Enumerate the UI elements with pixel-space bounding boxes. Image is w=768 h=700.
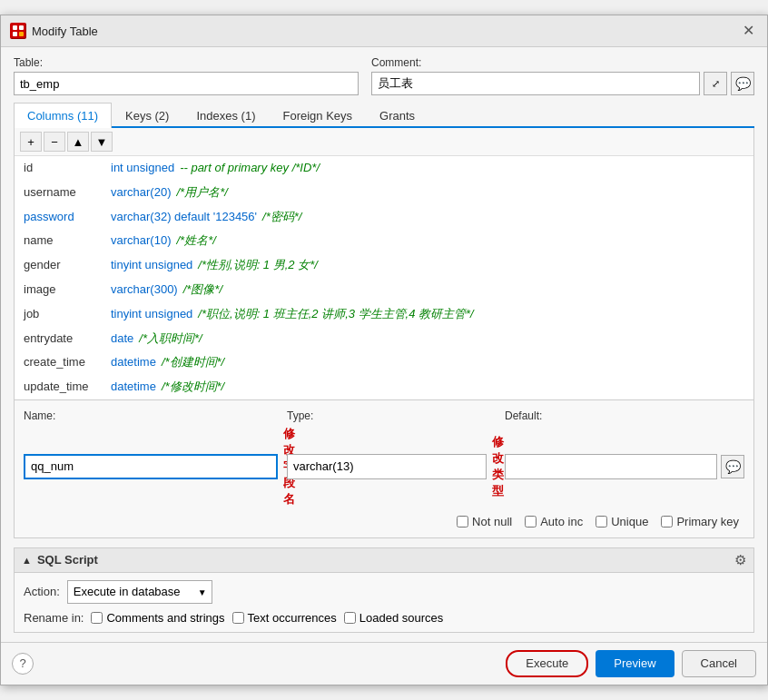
comment-icon-button[interactable]: 💬: [731, 72, 754, 95]
cancel-button[interactable]: Cancel: [682, 650, 756, 677]
column-default-input[interactable]: [505, 454, 717, 479]
table-row[interactable]: name varchar(10) /*姓名*/: [15, 229, 753, 253]
not-null-group: Not null: [457, 515, 512, 528]
close-button[interactable]: ✕: [739, 24, 758, 38]
dialog-content: Table: Comment: ⤢ 💬 Columns (11) Keys (2…: [1, 47, 767, 642]
tab-keys[interactable]: Keys (2): [112, 103, 182, 128]
col-comment: /*性别,说明: 1 男,2 女*/: [198, 256, 317, 275]
column-type-input[interactable]: [287, 454, 487, 479]
up-icon: ▲: [73, 135, 84, 149]
svg-rect-3: [13, 32, 17, 36]
primary-key-checkbox[interactable]: [661, 516, 673, 527]
sql-header-left: ▲ SQL Script: [22, 553, 98, 567]
execute-button[interactable]: Execute: [506, 650, 588, 677]
comments-strings-label: Comments and strings: [106, 611, 224, 625]
col-type: varchar(32) default '123456': [111, 208, 257, 227]
table-row[interactable]: create_time datetime /*创建时间*/: [15, 350, 753, 375]
svg-rect-1: [13, 25, 17, 30]
expand-comment-button[interactable]: ⤢: [704, 72, 727, 95]
table-name-input[interactable]: [14, 72, 359, 95]
action-select-wrapper: Execute in database Save to file Copy to…: [67, 580, 212, 604]
name-label: Name:: [24, 409, 278, 422]
col-type: varchar(300): [111, 281, 178, 300]
col-name: update_time: [24, 378, 105, 397]
edit-fields: 修改字段名 修改类型 💬: [24, 426, 744, 508]
unique-group: Unique: [596, 515, 648, 528]
comment-input[interactable]: [371, 72, 700, 95]
table-row[interactable]: update_time datetime /*修改时间*/: [15, 375, 753, 399]
table-row[interactable]: username varchar(20) /*用户名*/: [15, 181, 753, 205]
tab-grants[interactable]: Grants: [366, 103, 428, 128]
table-row[interactable]: image varchar(300) /*图像*/: [15, 278, 753, 302]
col-comment: /*创建时间*/: [162, 353, 224, 372]
action-select[interactable]: Execute in database Save to file Copy to…: [67, 580, 212, 604]
help-button[interactable]: ?: [12, 653, 34, 675]
loaded-sources-group: Loaded sources: [344, 611, 444, 625]
remove-column-button[interactable]: −: [44, 132, 65, 152]
primary-key-group: Primary key: [661, 515, 739, 528]
type-field-wrapper: 修改类型: [287, 434, 496, 499]
column-edit-panel: Name: Type: Default: 修改字段名 修改类型: [15, 399, 753, 537]
titlebar-left: Modify Table: [10, 23, 98, 39]
svg-rect-2: [19, 25, 24, 30]
default-comment-button[interactable]: 💬: [721, 455, 744, 478]
edit-labels: Name: Type: Default:: [24, 409, 744, 422]
text-occurrences-label: Text occurrences: [248, 611, 337, 625]
primary-key-label: Primary key: [676, 515, 739, 528]
col-type: tinyint unsigned: [111, 256, 192, 275]
table-row[interactable]: id int unsigned -- part of primary key /…: [15, 156, 753, 181]
auto-inc-checkbox[interactable]: [525, 516, 537, 527]
sql-script-title: SQL Script: [37, 553, 98, 567]
bottom-bar: ? Execute Preview Cancel: [1, 642, 767, 685]
tab-foreign-keys[interactable]: Foreign Keys: [269, 103, 366, 128]
minus-icon: −: [51, 135, 58, 149]
default-label: Default:: [505, 409, 744, 422]
col-name: username: [24, 183, 105, 202]
settings-button[interactable]: ⚙: [734, 552, 746, 568]
col-comment: /*修改时间*/: [162, 378, 224, 397]
col-name: id: [24, 159, 105, 178]
default-field-wrapper: 💬: [505, 454, 744, 479]
plus-icon: +: [27, 135, 34, 149]
col-type: datetime: [111, 353, 156, 372]
col-comment: -- part of primary key /*ID*/: [180, 159, 320, 178]
loaded-sources-checkbox[interactable]: [344, 612, 356, 624]
tab-columns[interactable]: Columns (11): [14, 103, 112, 128]
comments-strings-checkbox[interactable]: [91, 612, 103, 624]
add-column-button[interactable]: +: [20, 132, 42, 152]
table-row[interactable]: password varchar(32) default '123456' /*…: [15, 205, 753, 230]
type-annotation: 修改类型: [492, 434, 504, 499]
col-comment: /*姓名*/: [176, 232, 215, 251]
cancel-label: Cancel: [701, 656, 737, 670]
not-null-checkbox[interactable]: [457, 516, 468, 527]
move-up-button[interactable]: ▲: [67, 132, 89, 152]
unique-label: Unique: [611, 515, 648, 528]
table-row[interactable]: entrydate date /*入职时间*/: [15, 327, 753, 351]
help-icon: ?: [19, 656, 25, 670]
table-row[interactable]: gender tinyint unsigned /*性别,说明: 1 男,2 女…: [15, 253, 753, 278]
svg-rect-4: [19, 32, 24, 36]
comment-field-row: ⤢ 💬: [371, 72, 754, 95]
expand-icon: ⤢: [712, 78, 720, 90]
column-options-row: Not null Auto inc Unique Primary key: [24, 515, 744, 528]
action-label: Action:: [24, 585, 60, 598]
text-occurrences-group: Text occurrences: [232, 611, 337, 625]
table-label: Table:: [14, 56, 359, 69]
name-field-wrapper: 修改字段名: [24, 426, 278, 508]
col-name: create_time: [24, 353, 105, 372]
unique-checkbox[interactable]: [596, 516, 607, 527]
columns-table-area: + − ▲ ▼ id int unsigned -- part of prima…: [14, 128, 754, 538]
text-occurrences-checkbox[interactable]: [232, 612, 244, 624]
sql-script-header: ▲ SQL Script ⚙: [15, 548, 753, 573]
move-down-button[interactable]: ▼: [91, 132, 113, 152]
tab-indexes[interactable]: Indexes (1): [182, 103, 269, 128]
tabs-bar: Columns (11) Keys (2) Indexes (1) Foreig…: [14, 103, 754, 128]
comment-icon: 💬: [735, 76, 751, 91]
col-type: tinyint unsigned: [111, 305, 192, 324]
preview-button[interactable]: Preview: [596, 650, 674, 677]
col-name: entrydate: [24, 330, 105, 349]
table-row[interactable]: job tinyint unsigned /*职位,说明: 1 班主任,2 讲师…: [15, 302, 753, 327]
column-name-input[interactable]: [24, 454, 278, 479]
sql-script-section: ▲ SQL Script ⚙ Action: Execute in databa…: [14, 547, 754, 633]
collapse-button[interactable]: ▲: [22, 555, 32, 566]
